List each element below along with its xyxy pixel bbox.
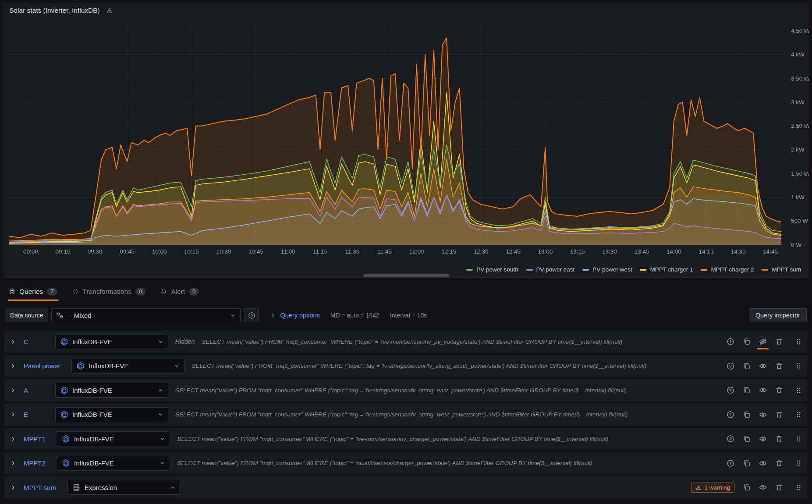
drag-handle[interactable] xyxy=(795,435,802,443)
toggle-visibility-icon[interactable] xyxy=(759,362,767,370)
toggle-visibility-icon[interactable] xyxy=(759,411,767,419)
toggle-visibility-icon[interactable] xyxy=(759,459,767,467)
delete-icon[interactable] xyxy=(775,459,783,467)
query-ref-name[interactable]: C xyxy=(24,338,44,345)
panel-warning-icon[interactable] xyxy=(106,7,113,14)
delete-icon[interactable] xyxy=(775,386,783,394)
datasource-picker[interactable]: -- Mixed -- xyxy=(51,308,241,322)
help-icon[interactable]: ? xyxy=(727,411,734,419)
query-datasource-value: InfluxDB-FVE xyxy=(72,387,154,394)
help-icon[interactable]: ? xyxy=(727,435,734,443)
drag-handle[interactable] xyxy=(795,484,802,491)
tab-count-badge: 0 xyxy=(135,288,145,296)
expand-chevron-icon[interactable] xyxy=(7,363,18,369)
datasource-label: Data source xyxy=(5,308,48,322)
x-axis-label: 09:15 xyxy=(55,248,70,255)
drag-handle[interactable] xyxy=(795,362,802,370)
help-icon[interactable]: ? xyxy=(727,362,734,370)
svg-text:?: ? xyxy=(729,412,732,417)
query-ref-name[interactable]: MPPT sum xyxy=(24,484,56,491)
x-axis-label: 12:30 xyxy=(474,248,489,255)
tab-count-badge: 0 xyxy=(189,288,199,296)
duplicate-icon[interactable] xyxy=(743,483,751,491)
query-ref-name[interactable]: MPPT2 xyxy=(24,459,46,467)
drag-handle[interactable] xyxy=(795,411,802,418)
query-ref-name[interactable]: MPPT1 xyxy=(24,435,46,443)
chevron-down-icon xyxy=(230,313,236,318)
help-icon[interactable]: ? xyxy=(727,338,734,345)
query-datasource-select[interactable]: InfluxDB-FVE xyxy=(71,359,184,374)
query-datasource-select[interactable]: InfluxDB-FVE xyxy=(57,456,170,471)
legend-item[interactable]: PV power south xyxy=(466,266,518,273)
delete-icon[interactable] xyxy=(775,362,783,370)
warning-badge[interactable]: 1 warning xyxy=(691,483,734,493)
duplicate-icon[interactable] xyxy=(743,435,751,443)
drag-handle[interactable] xyxy=(795,338,802,345)
expand-chevron-icon[interactable] xyxy=(7,412,18,417)
drag-handle[interactable] xyxy=(795,387,802,394)
duplicate-icon[interactable] xyxy=(743,362,751,370)
tab-transformations[interactable]: Transformations 0 xyxy=(71,282,147,301)
tab-alert[interactable]: Alert 0 xyxy=(160,282,200,301)
expand-chevron-icon[interactable] xyxy=(7,388,18,393)
query-datasource-select[interactable]: InfluxDB-FVE xyxy=(57,431,170,446)
query-datasource-select[interactable]: InfluxDB-FVE xyxy=(55,407,168,422)
legend-item[interactable]: MPPT charger 2 xyxy=(701,266,754,273)
query-ref-name[interactable]: Panel power xyxy=(24,362,60,370)
legend-item[interactable]: PV power west xyxy=(582,266,632,273)
query-sql-preview: SELECT mean("value") FROM "mqtt_consumer… xyxy=(177,460,727,466)
legend-swatch xyxy=(762,269,768,271)
query-sql-preview: SELECT mean("value") FROM "mqtt_consumer… xyxy=(191,363,727,369)
help-icon[interactable]: ? xyxy=(727,386,734,394)
expression-icon xyxy=(72,483,81,492)
toggle-visibility-icon[interactable] xyxy=(759,338,767,345)
x-axis-label: 11:00 xyxy=(281,248,295,255)
query-ref-name[interactable]: A xyxy=(24,387,44,394)
query-ref-name[interactable]: E xyxy=(24,411,44,418)
legend-swatch xyxy=(582,269,589,271)
expand-chevron-icon[interactable] xyxy=(7,339,18,345)
duplicate-icon[interactable] xyxy=(743,386,751,394)
delete-icon[interactable] xyxy=(775,435,783,443)
query-datasource-select[interactable]: InfluxDB-FVE xyxy=(55,383,168,398)
query-options-link[interactable]: Query options xyxy=(280,312,319,319)
chart-legend: PV power southPV power eastPV power west… xyxy=(466,266,801,273)
warning-badge-text: 1 warning xyxy=(704,484,730,491)
tab-queries[interactable]: Queries 7 xyxy=(8,282,58,301)
expand-chevron-icon[interactable] xyxy=(7,485,18,490)
expand-chevron-icon[interactable] xyxy=(7,436,18,442)
delete-icon[interactable] xyxy=(775,483,783,491)
delete-icon[interactable] xyxy=(775,411,783,419)
legend-item[interactable]: MPPT sum xyxy=(762,266,801,273)
datasource-help-button[interactable]: ? xyxy=(244,308,259,322)
influxdb-icon xyxy=(60,410,68,419)
drag-handle[interactable] xyxy=(795,459,802,467)
duplicate-icon[interactable] xyxy=(743,459,751,467)
delete-icon[interactable] xyxy=(775,338,783,345)
y-axis-label: 3.50 kW xyxy=(791,75,809,82)
panel-header[interactable]: Solar stats (Inverter, InfluxDB) xyxy=(4,4,808,17)
duplicate-icon[interactable] xyxy=(743,411,751,419)
query-inspector-button[interactable]: Query inspector xyxy=(749,308,807,322)
toggle-visibility-icon[interactable] xyxy=(759,386,767,394)
legend-item[interactable]: PV power east xyxy=(526,266,575,273)
legend-item[interactable]: MPPT charger 1 xyxy=(640,266,693,273)
chevron-right-icon[interactable] xyxy=(270,313,276,318)
query-datasource-select[interactable]: Expression xyxy=(67,480,181,495)
expand-chevron-icon[interactable] xyxy=(7,460,18,466)
query-datasource-value: InfluxDB-FVE xyxy=(74,435,156,443)
query-row-actions: ? xyxy=(727,386,802,394)
legend-swatch xyxy=(640,269,646,271)
duplicate-icon[interactable] xyxy=(743,338,751,345)
panel-scrollbar[interactable] xyxy=(363,274,449,277)
legend-label: MPPT charger 2 xyxy=(711,266,754,273)
query-row: E InfluxDB-FVE SELECT mean("value") FROM… xyxy=(4,404,808,426)
toggle-visibility-icon[interactable] xyxy=(759,435,767,443)
query-datasource-select[interactable]: InfluxDB-FVE xyxy=(55,334,168,349)
svg-text:?: ? xyxy=(729,436,732,441)
x-axis-label: 12:45 xyxy=(506,248,521,255)
toggle-visibility-icon[interactable] xyxy=(759,483,767,491)
query-sql-preview: SELECT mean("value") FROM "mqtt_consumer… xyxy=(175,387,727,394)
timeseries-chart[interactable]: 0 W500 W1 kW1.50 kW2 kW2.50 kW3 kW3.50 k… xyxy=(4,17,809,274)
help-icon[interactable]: ? xyxy=(727,459,734,467)
